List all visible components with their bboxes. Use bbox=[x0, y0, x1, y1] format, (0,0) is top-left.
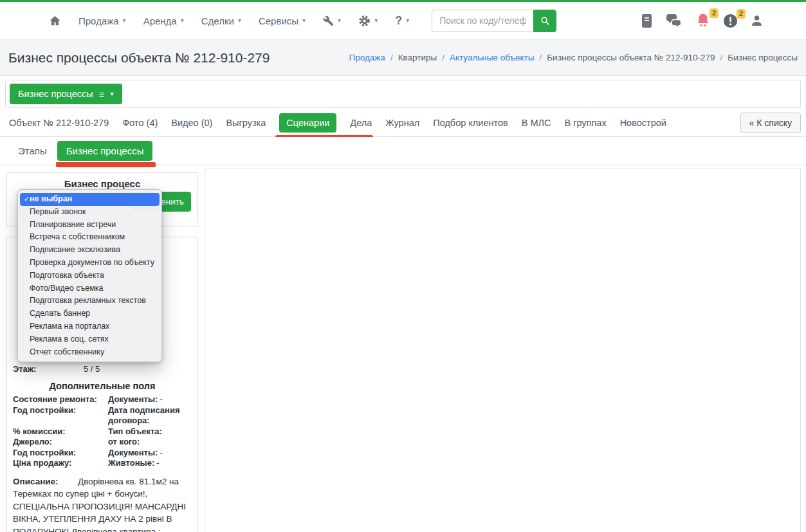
field-row: Состояние ремонта: Документы:- bbox=[13, 394, 192, 405]
field-label: Документы: bbox=[108, 448, 158, 457]
breadcrumb-separator: / bbox=[442, 53, 444, 62]
field-row: Ціна продажу: Живтоные:- bbox=[13, 458, 192, 469]
messages-button[interactable] bbox=[665, 14, 683, 28]
tab-object[interactable]: Объект № 212-910-279 bbox=[9, 118, 109, 128]
help-icon: ? bbox=[395, 14, 402, 28]
nav-menu-tools[interactable]: ▾ bbox=[323, 15, 341, 26]
tab-groups[interactable]: В группах bbox=[564, 118, 606, 128]
hamburger-icon: ≡ bbox=[99, 89, 105, 99]
breadcrumb-actual-objects[interactable]: Актуальные объекты bbox=[450, 53, 535, 62]
tab-newbuild[interactable]: Новострой bbox=[620, 118, 666, 128]
toolbar-card: Бизнес процессы ≡ ▾ bbox=[5, 80, 801, 108]
field-row: Год постройки: Документы:- bbox=[13, 448, 192, 459]
tab-tasks[interactable]: Дела bbox=[350, 118, 372, 128]
bell-icon bbox=[695, 13, 711, 29]
search-group bbox=[432, 10, 556, 32]
page-title: Бизнес процессы объекта № 212-910-279 bbox=[8, 50, 270, 66]
tab-client-matching[interactable]: Подбор клиентов bbox=[433, 118, 508, 128]
tab-photo[interactable]: Фото (4) bbox=[122, 118, 158, 128]
nav-menu-sales[interactable]: Продажа ▾ bbox=[78, 15, 126, 26]
alerts-badge: 2 bbox=[737, 9, 746, 19]
additional-fields-title: Дополнительные поля bbox=[13, 381, 192, 391]
chevron-down-icon: ▾ bbox=[238, 17, 241, 24]
dropdown-option[interactable]: Планирование встречи bbox=[18, 219, 161, 232]
field-row: % комиссии: Тип объекта: bbox=[13, 427, 192, 437]
breadcrumb-sales[interactable]: Продажа bbox=[349, 53, 385, 62]
profile-button[interactable] bbox=[750, 14, 764, 28]
user-icon bbox=[750, 14, 764, 28]
scenario-subtabs: Этапы Бизнес процессы bbox=[0, 137, 806, 165]
dropdown-option[interactable]: Подписание эксклюзива bbox=[18, 244, 161, 257]
chat-bubbles-icon bbox=[665, 14, 683, 28]
navbar-right-icons: 2 2 bbox=[641, 13, 764, 29]
breadcrumb-object: Бизнес процессы объекта № 212-910-279 bbox=[547, 53, 715, 62]
dropdown-option[interactable]: Подготовка объекта bbox=[18, 270, 161, 282]
nav-menu-rent-label: Аренда bbox=[143, 15, 177, 26]
field-label: Документы: bbox=[108, 394, 158, 404]
field-value: - bbox=[156, 458, 159, 468]
nav-menu-help[interactable]: ? ▾ bbox=[395, 14, 409, 28]
search-icon bbox=[540, 15, 551, 26]
chevron-down-icon: ▾ bbox=[181, 17, 184, 24]
dropdown-option[interactable]: Сделать баннер bbox=[18, 307, 161, 320]
field-row: Джерело: от кого: bbox=[13, 437, 192, 448]
search-input[interactable] bbox=[432, 10, 533, 32]
dropdown-option[interactable]: Встреча с собственником bbox=[18, 231, 161, 244]
chevron-down-icon: ▾ bbox=[374, 17, 378, 24]
journal-button[interactable] bbox=[641, 14, 653, 28]
nav-menu-rent[interactable]: Аренда ▾ bbox=[143, 15, 184, 26]
business-process-card-title: Бизнес процесс bbox=[7, 178, 197, 189]
object-tabs: Объект № 212-910-279 Фото (4) Видео (0) … bbox=[0, 109, 806, 137]
chevron-down-icon: ▾ bbox=[123, 17, 126, 24]
annotation-underline bbox=[56, 162, 156, 167]
alerts-button[interactable]: 2 bbox=[723, 14, 738, 28]
tab-scenarios[interactable]: Сценарии bbox=[279, 113, 336, 133]
journal-icon bbox=[641, 14, 653, 28]
back-to-list-button[interactable]: « К списку bbox=[740, 113, 801, 133]
nav-menu-services[interactable]: Сервисы ▾ bbox=[259, 15, 306, 26]
dropdown-option[interactable]: Реклама на порталах bbox=[18, 320, 161, 333]
field-label: Тип объекта: bbox=[108, 427, 162, 436]
nav-menu-sales-label: Продажа bbox=[78, 15, 119, 26]
nav-menu-settings[interactable]: ▾ bbox=[358, 15, 378, 27]
breadcrumb-business-processes: Бизнес процессы bbox=[728, 53, 798, 62]
field-label: Ціна продажу: bbox=[13, 458, 108, 469]
tab-journal[interactable]: Журнал bbox=[385, 118, 419, 128]
page-header: Бизнес процессы объекта № 212-910-279 Пр… bbox=[0, 40, 806, 76]
dropdown-option[interactable]: Отчет собственнику bbox=[18, 346, 161, 359]
floor-value: 5 / 5 bbox=[84, 363, 100, 374]
dropdown-option[interactable]: Реклама в соц. сетях bbox=[18, 333, 161, 346]
tab-mls[interactable]: В МЛС bbox=[522, 118, 551, 128]
check-icon: ✓ bbox=[24, 193, 30, 206]
tab-export[interactable]: Выгрузка bbox=[226, 118, 266, 128]
business-processes-menu-label: Бизнес процессы bbox=[18, 89, 93, 99]
description-label: Описание: bbox=[13, 475, 78, 488]
dropdown-option[interactable]: Фото/Видео съемка bbox=[18, 282, 161, 295]
dropdown-option[interactable]: Проверка документов по объекту bbox=[18, 257, 161, 270]
nav-menu-deals-label: Сделки bbox=[201, 15, 234, 26]
chevron-down-icon: ▾ bbox=[406, 17, 409, 24]
field-label: Год постройки: bbox=[13, 405, 108, 427]
notifications-button[interactable]: 2 bbox=[695, 13, 711, 29]
field-label: от кого: bbox=[108, 437, 140, 446]
breadcrumb-separator: / bbox=[390, 53, 393, 62]
field-value: - bbox=[160, 448, 162, 457]
home-button[interactable] bbox=[49, 15, 61, 26]
breadcrumb-separator: / bbox=[539, 53, 542, 62]
subtab-stages[interactable]: Этапы bbox=[18, 145, 47, 156]
chevron-down-icon: ▾ bbox=[111, 91, 114, 97]
tab-video[interactable]: Видео (0) bbox=[171, 118, 212, 128]
search-button[interactable] bbox=[533, 10, 556, 32]
floor-row: Этаж: 5 / 5 bbox=[13, 363, 192, 374]
dropdown-option-selected[interactable]: ✓ не выбран bbox=[20, 193, 160, 206]
dropdown-option-label: не выбран bbox=[30, 194, 72, 203]
notifications-badge: 2 bbox=[710, 8, 719, 18]
subtab-business-processes[interactable]: Бизнес процессы bbox=[57, 141, 153, 161]
dropdown-option[interactable]: Подготовка рекламных текстов bbox=[18, 295, 161, 307]
field-value: - bbox=[160, 394, 162, 404]
field-label: Живтоные: bbox=[108, 458, 154, 468]
dropdown-option[interactable]: Первый звонок bbox=[18, 206, 161, 219]
business-processes-menu-button[interactable]: Бизнес процессы ≡ ▾ bbox=[10, 84, 122, 104]
main-content-panel bbox=[205, 169, 801, 532]
nav-menu-deals[interactable]: Сделки ▾ bbox=[201, 15, 241, 26]
